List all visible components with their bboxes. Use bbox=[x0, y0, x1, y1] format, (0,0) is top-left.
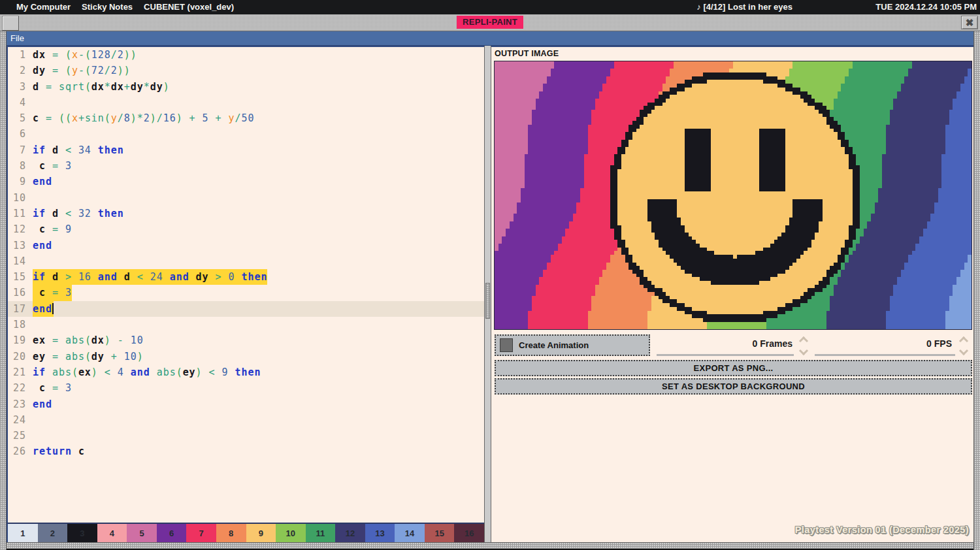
code-text: if d < 34 then bbox=[33, 142, 124, 158]
code-line[interactable]: 18 bbox=[8, 317, 484, 332]
line-number: 9 bbox=[10, 174, 26, 189]
line-number: 11 bbox=[10, 206, 26, 221]
code-text: c = ((x+sin(y/8)*2)/16) + 5 + y/50 bbox=[33, 110, 254, 126]
palette-swatch-14[interactable]: 14 bbox=[395, 524, 425, 542]
palette-swatch-3[interactable]: 3 bbox=[67, 524, 97, 542]
create-animation-checkbox[interactable] bbox=[500, 338, 513, 352]
code-text: dy = (y-(72/2)) bbox=[33, 63, 131, 78]
palette-swatch-2[interactable]: 2 bbox=[38, 524, 68, 542]
frames-value: 0 Frames bbox=[753, 338, 792, 349]
window-menu-button[interactable] bbox=[2, 16, 19, 31]
palette-swatch-6[interactable]: 6 bbox=[157, 524, 187, 542]
code-line[interactable]: 25 bbox=[8, 428, 484, 444]
palette-swatch-13[interactable]: 13 bbox=[365, 524, 395, 542]
palette-swatch-11[interactable]: 11 bbox=[306, 524, 336, 542]
code-line[interactable]: 4 bbox=[8, 95, 484, 110]
color-palette: 12345678910111213141516 bbox=[7, 523, 484, 542]
code-editor[interactable]: 1dx = (x-(128/2))2dy = (y-(72/2))3d = sq… bbox=[7, 46, 484, 523]
code-line[interactable]: 26return c bbox=[8, 444, 484, 459]
chevron-up-icon[interactable] bbox=[799, 336, 808, 346]
line-number: 1 bbox=[10, 47, 26, 63]
editor-scrollbar[interactable] bbox=[484, 46, 491, 542]
output-image-canvas bbox=[494, 61, 972, 330]
code-line[interactable]: 13end bbox=[8, 238, 484, 253]
code-line[interactable]: 24 bbox=[8, 412, 484, 428]
code-line[interactable]: 16 c = 3 bbox=[8, 285, 484, 300]
palette-swatch-10[interactable]: 10 bbox=[276, 524, 306, 542]
line-number: 14 bbox=[10, 253, 26, 269]
export-png-label: EXPORT AS PNG... bbox=[693, 363, 773, 373]
line-number: 17 bbox=[10, 301, 26, 317]
code-text: end bbox=[33, 174, 52, 189]
line-number: 15 bbox=[10, 269, 26, 285]
code-line[interactable]: 6 bbox=[8, 126, 484, 142]
output-image-label: OUTPUT IMAGE bbox=[495, 49, 559, 58]
palette-swatch-4[interactable]: 4 bbox=[97, 524, 127, 542]
set-desktop-background-button[interactable]: SET AS DESKTOP BACKGROUND bbox=[495, 378, 972, 395]
text-caret bbox=[52, 303, 54, 314]
taskbar: My Computer Sticky Notes CUBENET (voxel_… bbox=[0, 0, 980, 14]
palette-swatch-5[interactable]: 5 bbox=[127, 524, 157, 542]
line-number: 22 bbox=[10, 380, 26, 396]
chevron-down-icon[interactable] bbox=[799, 346, 808, 355]
export-png-button[interactable]: EXPORT AS PNG... bbox=[495, 360, 972, 376]
taskbar-item-sticky-notes[interactable]: Sticky Notes bbox=[82, 0, 133, 14]
code-line[interactable]: 5c = ((x+sin(y/8)*2)/16) + 5 + y/50 bbox=[8, 110, 484, 126]
line-number: 5 bbox=[10, 110, 26, 126]
line-number: 6 bbox=[10, 126, 26, 142]
taskbar-item-cubenet[interactable]: CUBENET (voxel_dev) bbox=[144, 0, 234, 14]
palette-swatch-1[interactable]: 1 bbox=[8, 524, 38, 542]
output-panel: OUTPUT IMAGE Create Animation 0 Frames 0… bbox=[491, 46, 973, 542]
code-line[interactable]: 17end bbox=[8, 301, 484, 317]
code-line[interactable]: 12 c = 9 bbox=[8, 221, 484, 237]
line-number: 18 bbox=[10, 317, 26, 332]
code-line[interactable]: 22 c = 3 bbox=[8, 380, 484, 396]
palette-swatch-8[interactable]: 8 bbox=[216, 524, 246, 542]
code-line[interactable]: 7if d < 34 then bbox=[8, 142, 484, 158]
close-button[interactable]: ✖ bbox=[961, 16, 978, 29]
code-line[interactable]: 3d = sqrt(dx*dx+dy*dy) bbox=[8, 79, 484, 95]
chevron-down-icon[interactable] bbox=[959, 346, 968, 355]
palette-swatch-15[interactable]: 15 bbox=[425, 524, 455, 542]
code-line[interactable]: 19ex = abs(dx) - 10 bbox=[8, 332, 484, 348]
palette-swatch-12[interactable]: 12 bbox=[335, 524, 365, 542]
create-animation-toggle[interactable]: Create Animation bbox=[495, 334, 650, 356]
code-line[interactable]: 10 bbox=[8, 190, 484, 206]
code-text: c = 3 bbox=[33, 285, 72, 300]
code-line[interactable]: 8 c = 3 bbox=[8, 158, 484, 174]
code-line[interactable]: 1dx = (x-(128/2)) bbox=[8, 47, 484, 63]
line-number: 7 bbox=[10, 142, 26, 158]
line-number: 16 bbox=[10, 285, 26, 300]
code-line[interactable]: 2dy = (y-(72/2)) bbox=[8, 63, 484, 78]
palette-swatch-9[interactable]: 9 bbox=[246, 524, 276, 542]
window-right-edge[interactable] bbox=[973, 31, 980, 550]
code-text: return c bbox=[33, 444, 85, 459]
code-line[interactable]: 21if abs(ex) < 4 and abs(ey) < 9 then bbox=[8, 364, 484, 380]
palette-swatch-16[interactable]: 16 bbox=[454, 524, 484, 542]
version-label: Playtest Version 01 (December 2025) bbox=[795, 525, 969, 535]
window-left-edge[interactable] bbox=[0, 31, 7, 550]
palette-swatch-7[interactable]: 7 bbox=[186, 524, 216, 542]
line-number: 24 bbox=[10, 412, 26, 428]
code-line[interactable]: 23end bbox=[8, 396, 484, 412]
line-number: 2 bbox=[10, 63, 26, 78]
code-line[interactable]: 11if d < 32 then bbox=[8, 206, 484, 221]
code-line[interactable]: 14 bbox=[8, 253, 484, 269]
code-text: d = sqrt(dx*dx+dy*dy) bbox=[33, 79, 170, 95]
fps-stepper[interactable] bbox=[958, 336, 969, 355]
fps-slider[interactable] bbox=[815, 354, 955, 356]
chevron-up-icon[interactable] bbox=[959, 336, 968, 346]
code-text: end bbox=[33, 301, 54, 317]
window-titlebar[interactable]: REPLI-PAINT ✖ bbox=[0, 14, 980, 31]
line-number: 3 bbox=[10, 79, 26, 95]
taskbar-item-my-computer[interactable]: My Computer bbox=[16, 0, 71, 14]
code-text: c = 3 bbox=[33, 380, 72, 396]
code-text: dx = (x-(128/2)) bbox=[33, 47, 137, 63]
scrollbar-thumb[interactable] bbox=[485, 283, 490, 319]
code-line[interactable]: 20ey = abs(dy + 10) bbox=[8, 349, 484, 364]
code-line[interactable]: 9end bbox=[8, 174, 484, 189]
code-line[interactable]: 15if d > 16 and d < 24 and dy > 0 then bbox=[8, 269, 484, 285]
frames-stepper[interactable] bbox=[798, 336, 809, 355]
window-bottom-edge[interactable] bbox=[7, 542, 973, 550]
frames-slider[interactable] bbox=[657, 354, 794, 356]
